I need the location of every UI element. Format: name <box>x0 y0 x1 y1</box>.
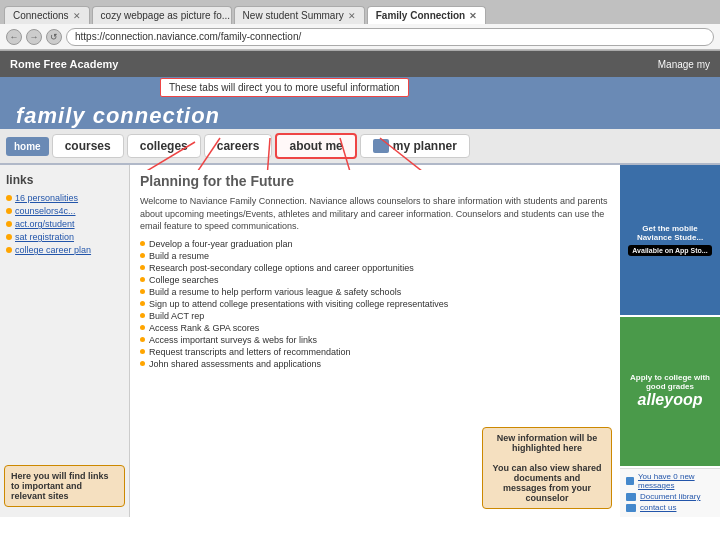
tab-about-me[interactable]: about me <box>275 133 356 159</box>
message-icon <box>626 477 634 485</box>
list-item: Build a resume <box>140 251 610 261</box>
list-item: Develop a four-year graduation plan <box>140 239 610 249</box>
nav-tabs: home courses colleges careers about me m… <box>0 129 720 165</box>
bullet-icon <box>140 289 145 294</box>
bullet-icon <box>140 301 145 306</box>
list-item: Access Rank & GPA scores <box>140 323 610 333</box>
bullet-icon <box>140 313 145 318</box>
list-item: Build a resume to help perform various l… <box>140 287 610 297</box>
close-icon[interactable]: ✕ <box>73 11 81 21</box>
main-content: Planning for the Future Welcome to Navia… <box>130 165 620 517</box>
sidebar: links 16 personalities counselors4c... a… <box>0 165 130 517</box>
tab-student-summary[interactable]: New student Summary ✕ <box>234 6 365 24</box>
back-button[interactable]: ← <box>6 29 22 45</box>
list-item: John shared assessments and applications <box>140 359 610 369</box>
forward-button[interactable]: → <box>26 29 42 45</box>
tab-courses[interactable]: courses <box>52 134 124 158</box>
ad-mobile-app[interactable]: Get the mobile Naviance Stude... Availab… <box>620 165 720 315</box>
bullet-icon <box>140 277 145 282</box>
list-item: Build ACT rep <box>140 311 610 321</box>
tab-colleges[interactable]: colleges <box>127 134 201 158</box>
home-button[interactable]: home <box>6 137 49 156</box>
msg-doc-library[interactable]: Document library <box>626 492 714 501</box>
contact-icon <box>626 504 636 512</box>
app-store-badge: Available on App Sto... <box>628 245 711 256</box>
list-item: College searches <box>140 275 610 285</box>
ad-alleyoop[interactable]: Apply to college with good grades alleyo… <box>620 317 720 467</box>
tab-careers[interactable]: careers <box>204 134 273 158</box>
intro-text: Welcome to Naviance Family Connection. N… <box>140 195 610 233</box>
tab-my-planner[interactable]: my planner <box>360 134 470 158</box>
bullet-icon <box>140 325 145 330</box>
sidebar-title: links <box>6 173 123 187</box>
messages-area: You have 0 new messages Document library… <box>620 468 720 517</box>
url-input[interactable]: https://connection.naviance.com/family-c… <box>66 28 714 46</box>
planner-icon <box>373 139 389 153</box>
sidebar-callout: Here you will find links to important an… <box>4 465 125 507</box>
sidebar-link-counselors[interactable]: counselors4c... <box>6 206 123 216</box>
msg-contact-us[interactable]: contact us <box>626 503 714 512</box>
manage-my-link[interactable]: Manage my <box>658 59 710 70</box>
list-item: Sign up to attend college presentations … <box>140 299 610 309</box>
new-info-callout: New information will be highlighted here… <box>482 427 612 509</box>
tab-cozy[interactable]: cozy webpage as picture fo... ✕ <box>92 6 232 24</box>
sidebar-link-personalities[interactable]: 16 personalities <box>6 193 123 203</box>
close-icon[interactable]: ✕ <box>348 11 356 21</box>
list-item: Research post-secondary college options … <box>140 263 610 273</box>
close-icon[interactable]: ✕ <box>469 11 477 21</box>
tab-connections[interactable]: Connections ✕ <box>4 6 90 24</box>
sidebar-link-sat[interactable]: sat registration <box>6 232 123 242</box>
sidebar-link-college-career[interactable]: college career plan <box>6 245 123 255</box>
bullet-icon <box>140 253 145 258</box>
document-icon <box>626 493 636 501</box>
link-dot-icon <box>6 221 12 227</box>
bullet-icon <box>140 349 145 354</box>
bullet-icon <box>140 337 145 342</box>
list-item: Access important surveys & webs for link… <box>140 335 610 345</box>
tab-family-connection[interactable]: Family Connection ✕ <box>367 6 486 24</box>
browser-chrome: Connections ✕ cozy webpage as picture fo… <box>0 0 720 51</box>
address-bar: ← → ↺ https://connection.naviance.com/fa… <box>0 24 720 50</box>
msg-new-messages[interactable]: You have 0 new messages <box>626 472 714 490</box>
alleyoop-logo: alleyoop <box>638 391 703 409</box>
annotation-tooltip: These tabs will direct you to more usefu… <box>160 78 409 97</box>
page-header: Rome Free Academy Manage my <box>0 51 720 77</box>
bullet-icon <box>140 361 145 366</box>
right-sidebar: Get the mobile Naviance Stude... Availab… <box>620 165 720 517</box>
link-dot-icon <box>6 234 12 240</box>
link-dot-icon <box>6 247 12 253</box>
main-area: links 16 personalities counselors4c... a… <box>0 165 720 517</box>
list-item: Request transcripts and letters of recom… <box>140 347 610 357</box>
page-title: family connection <box>16 103 220 129</box>
content-title: Planning for the Future <box>140 173 610 189</box>
refresh-button[interactable]: ↺ <box>46 29 62 45</box>
link-dot-icon <box>6 208 12 214</box>
bullet-icon <box>140 265 145 270</box>
tab-bar: Connections ✕ cozy webpage as picture fo… <box>0 0 720 24</box>
school-name: Rome Free Academy <box>10 58 118 70</box>
sidebar-link-act[interactable]: act.org/student <box>6 219 123 229</box>
bullet-icon <box>140 241 145 246</box>
link-dot-icon <box>6 195 12 201</box>
bullet-list: Develop a four-year graduation plan Buil… <box>140 239 610 371</box>
